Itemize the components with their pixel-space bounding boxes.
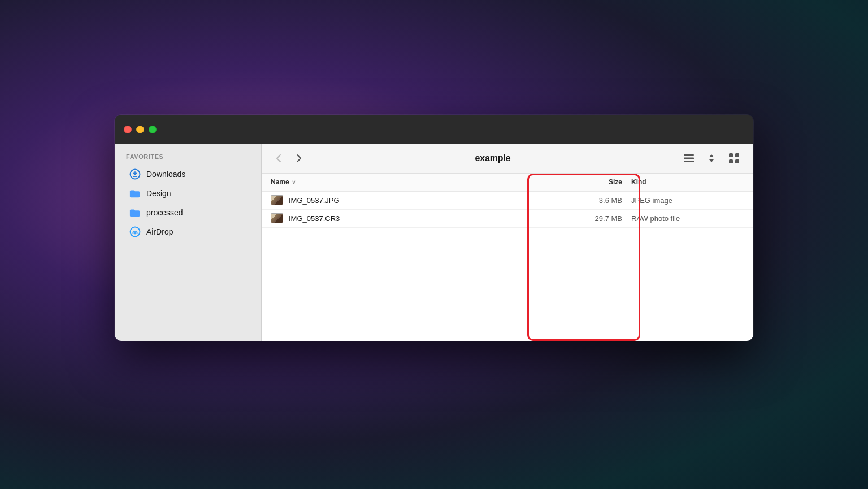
back-button[interactable] bbox=[271, 150, 287, 166]
sidebar: Favorites Downloads bbox=[115, 144, 262, 341]
sidebar-item-design[interactable]: Design bbox=[118, 184, 258, 203]
file-icon bbox=[271, 195, 283, 205]
sidebar-item-design-label: Design bbox=[146, 189, 171, 198]
file-size-cell: 3.6 MB bbox=[518, 196, 631, 205]
file-name-cell: IMG_0537.CR3 bbox=[271, 213, 518, 223]
svg-rect-6 bbox=[729, 153, 733, 157]
svg-rect-4 bbox=[684, 158, 694, 159]
svg-rect-7 bbox=[735, 153, 739, 157]
file-name: IMG_0537.JPG bbox=[289, 196, 340, 205]
folder-processed-icon bbox=[129, 207, 141, 218]
file-size-cell: 29.7 MB bbox=[518, 214, 631, 223]
column-header-kind[interactable]: Kind bbox=[631, 178, 744, 186]
sidebar-item-processed-label: processed bbox=[146, 208, 183, 217]
svg-point-1 bbox=[131, 227, 140, 236]
title-bar bbox=[115, 115, 753, 144]
window-body: Favorites Downloads bbox=[115, 144, 753, 341]
file-kind-cell: JPEG image bbox=[631, 196, 744, 205]
svg-rect-3 bbox=[684, 154, 694, 156]
traffic-lights bbox=[124, 126, 157, 133]
sort-button[interactable] bbox=[701, 150, 722, 166]
file-list: IMG_0537.JPG 3.6 MB JPEG image IMG_0537.… bbox=[262, 192, 753, 341]
forward-button[interactable] bbox=[291, 150, 307, 166]
sidebar-item-downloads[interactable]: Downloads bbox=[118, 165, 258, 184]
sidebar-item-airdrop[interactable]: AirDrop bbox=[118, 222, 258, 241]
maximize-button[interactable] bbox=[149, 126, 157, 133]
file-icon bbox=[271, 213, 283, 223]
main-content: example bbox=[262, 144, 753, 341]
sidebar-item-airdrop-label: AirDrop bbox=[146, 227, 173, 236]
sidebar-item-downloads-label: Downloads bbox=[146, 170, 185, 179]
svg-rect-5 bbox=[684, 161, 694, 162]
svg-point-2 bbox=[134, 233, 136, 234]
airdrop-icon bbox=[129, 226, 141, 237]
folder-design-icon bbox=[129, 188, 141, 199]
minimize-button[interactable] bbox=[136, 126, 144, 133]
sort-chevron-icon: ∨ bbox=[292, 179, 296, 185]
list-view-button[interactable] bbox=[679, 150, 699, 166]
svg-rect-8 bbox=[729, 159, 733, 163]
column-header-name[interactable]: Name ∨ bbox=[271, 178, 518, 186]
file-row[interactable]: IMG_0537.CR3 29.7 MB RAW photo file bbox=[262, 210, 753, 228]
toolbar-actions bbox=[679, 150, 744, 166]
file-list-container: Name ∨ Size Kind IMG_0537.JPG bbox=[262, 174, 753, 341]
downloads-icon bbox=[129, 168, 141, 180]
svg-rect-9 bbox=[735, 159, 739, 163]
toolbar: example bbox=[262, 144, 753, 174]
sidebar-item-processed[interactable]: processed bbox=[118, 203, 258, 222]
file-kind-cell: RAW photo file bbox=[631, 214, 744, 223]
close-button[interactable] bbox=[124, 126, 132, 133]
window-title: example bbox=[311, 153, 674, 163]
gallery-view-button[interactable] bbox=[724, 150, 744, 166]
sidebar-section-favorites: Favorites bbox=[115, 153, 261, 165]
file-name-cell: IMG_0537.JPG bbox=[271, 195, 518, 205]
file-name: IMG_0537.CR3 bbox=[289, 214, 340, 223]
finder-window: Favorites Downloads bbox=[115, 115, 753, 341]
column-header-size[interactable]: Size bbox=[518, 178, 631, 186]
file-row[interactable]: IMG_0537.JPG 3.6 MB JPEG image bbox=[262, 192, 753, 210]
list-header: Name ∨ Size Kind bbox=[262, 174, 753, 192]
